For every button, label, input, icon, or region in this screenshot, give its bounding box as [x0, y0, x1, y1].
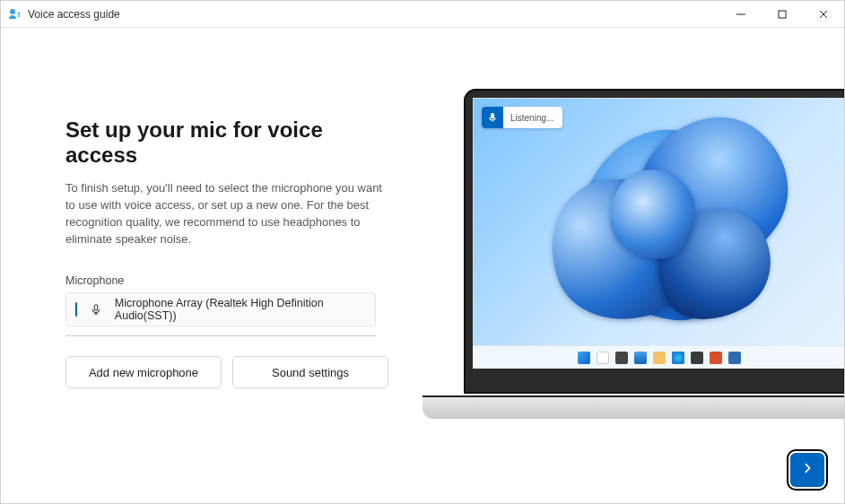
setup-panel: Set up your mic for voice access To fini…: [65, 117, 388, 388]
explorer-icon: [653, 352, 666, 364]
chevron-right-icon: [801, 462, 814, 478]
window-title: Voice access guide: [28, 8, 120, 21]
app-icon: [710, 352, 722, 364]
action-buttons: Add new microphone Sound settings: [65, 356, 388, 388]
laptop-base: [422, 395, 844, 419]
page-title: Set up your mic for voice access: [65, 117, 388, 168]
selected-microphone-name: Microphone Array (Realtek High Definitio…: [115, 297, 366, 322]
selection-indicator: [75, 302, 77, 317]
widgets-icon: [634, 352, 647, 364]
search-icon: [597, 352, 609, 364]
add-microphone-label: Add new microphone: [89, 366, 198, 379]
sound-settings-button[interactable]: Sound settings: [232, 356, 388, 388]
close-button[interactable]: [803, 1, 844, 27]
svg-rect-4: [492, 114, 494, 118]
divider: [65, 335, 376, 336]
svg-rect-2: [779, 11, 786, 18]
microphone-label: Microphone: [65, 274, 388, 287]
minimize-button[interactable]: [720, 1, 762, 27]
preview-laptop: Listening...: [464, 89, 844, 394]
app-icon: [728, 352, 741, 364]
store-icon: [691, 352, 703, 364]
microphone-icon: [482, 107, 503, 128]
next-button[interactable]: [790, 453, 824, 487]
titlebar: Voice access guide: [1, 1, 844, 28]
page-description: To finish setup, you'll need to select t…: [65, 180, 388, 248]
app-icon: [8, 7, 22, 22]
voice-status-text: Listening...: [510, 113, 553, 123]
svg-point-1: [18, 12, 20, 13]
window-controls: [720, 1, 844, 27]
voice-status-pill: Listening...: [482, 107, 562, 128]
taskbar: [473, 345, 844, 369]
maximize-button[interactable]: [762, 1, 803, 27]
svg-rect-3: [94, 305, 98, 310]
edge-icon: [672, 352, 684, 364]
laptop-screen: Listening...: [473, 98, 844, 369]
content-area: Set up your mic for voice access To fini…: [1, 28, 844, 503]
svg-point-0: [10, 9, 15, 14]
titlebar-left: Voice access guide: [8, 7, 120, 22]
task-view-icon: [615, 352, 628, 364]
sound-settings-label: Sound settings: [272, 366, 349, 379]
add-microphone-button[interactable]: Add new microphone: [65, 356, 222, 388]
microphone-selector[interactable]: Microphone Array (Realtek High Definitio…: [65, 292, 376, 326]
microphone-icon: [90, 303, 102, 316]
laptop-bezel: Listening...: [464, 89, 844, 394]
start-icon: [578, 352, 590, 364]
app-window: Voice access guide Set up your mic for v…: [0, 0, 845, 504]
